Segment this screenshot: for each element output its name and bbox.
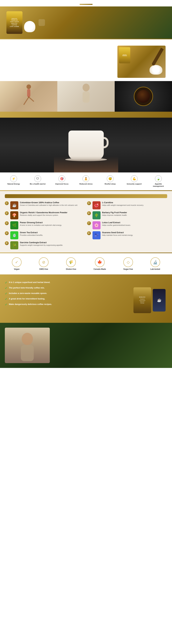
svg-line-2 [24, 97, 29, 104]
benefit-label: Immunity support [127, 183, 142, 185]
ingredient-image: 🍵 [10, 231, 18, 239]
ingredient-name: Guarana Seed Extract [102, 231, 133, 234]
benefit-icon: 🧘 [83, 175, 89, 182]
ingredient-desc: Helps improve metabolic health. [102, 214, 127, 216]
ingredient-text: L-Carnitine Helps with weight management… [102, 201, 144, 206]
why-item-text: A great drink for intermittent fasting. [9, 297, 45, 300]
benefit-item: 🛡 Be a health warrior [30, 175, 46, 185]
warrior-section [0, 112, 172, 118]
ingredient-name: Organic Reishi / Ganoderma Mushroom Powd… [20, 211, 67, 214]
why-item-text: 9 in 1 unique superfood and herbal blend… [9, 281, 50, 284]
ingredient-image: 🌵 [92, 211, 100, 219]
benefit-label: Restful sleep [104, 183, 115, 185]
check-icon: ✓ [5, 281, 7, 284]
certification-item: 🔬 Lab-tested [150, 257, 160, 270]
ingredient-text: Panax Ginseng Extract A tonic to tonic t… [20, 221, 62, 226]
ingredient-name: Garcinia Cambogia Extract [20, 241, 63, 244]
ingredient-name: Colombian-Grown 100% Arabica Coffee [20, 201, 78, 204]
svg-point-0 [26, 84, 31, 89]
cert-label: Lab-tested [150, 268, 160, 270]
svg-line-3 [29, 97, 34, 101]
cert-icon: 🍁 [95, 257, 104, 267]
final-banner [0, 323, 172, 368]
nine-in-one-header [5, 194, 167, 198]
ingredient-name: Green Tea Extract [20, 231, 43, 234]
why-item-text: The perfect keto-friendly coffee mix. [9, 286, 45, 289]
ingredient-text: Garcinia Cambogia Extract Supports weigh… [20, 241, 63, 246]
ingredient-number: 8 [87, 231, 91, 235]
ingredient-item: 2 🍄 Organic Reishi / Ganoderma Mushroom … [5, 211, 85, 219]
benefit-item: 😴 Restful sleep [102, 175, 118, 185]
ingredient-name: Lotus Leaf Extract [102, 221, 131, 224]
why-item: ✓ Includes a zero-waste reusable spoon. [5, 292, 129, 296]
benefit-item: 🎯 Improved focus [54, 175, 70, 185]
ingredient-name: Panax Ginseng Extract [20, 221, 62, 224]
benefit-icon: 😴 [107, 175, 113, 182]
benefit-label: Be a health warrior [30, 183, 46, 185]
photo-woman [57, 81, 115, 112]
why-item: ✓ Make dangerously delicious coffee reci… [5, 303, 129, 306]
perfect-cup-section: DODJIVIPREMIUM [0, 39, 172, 81]
check-icon: ✓ [5, 292, 7, 296]
why-item: ✓ The perfect keto-friendly coffee mix. [5, 286, 129, 290]
certifications-bar: ✓ Vegan ⊘ GMO-free 🌾 Gluten-free 🍁 Canad… [0, 253, 172, 274]
ingredient-number: 2 [5, 211, 9, 215]
ingredient-item: 5 🥩 L-Carnitine Helps with weight manage… [87, 201, 167, 209]
hero-cup-image [24, 21, 35, 32]
svg-point-6 [22, 333, 33, 345]
product-bag-image: DODJIVI PREMIUMCAFÉ SANTÉHEALTHYCOFFEE [133, 287, 151, 313]
why-item-text: Make dangerously delicious coffee recipe… [9, 303, 52, 306]
ingredient-desc: Grown in Colombia and cultivated in high… [20, 204, 78, 206]
ingredient-image: 🥩 [92, 201, 100, 209]
photo-strip [0, 81, 172, 112]
nine-in-one-section: 1 ☕ Colombian-Grown 100% Arabica Coffee … [0, 191, 172, 252]
warrior-cup-image [0, 118, 172, 172]
hero-product-image: DODJIVIPREMIUMCAFÉ SANTÉHEALTHYCOFFEECAF… [6, 11, 22, 34]
ingredient-number: 1 [5, 201, 9, 205]
benefit-item: 🍃 Appetite management [150, 175, 166, 188]
ingredient-image: 🌿 [10, 221, 18, 229]
benefit-icon: 🛡 [34, 175, 41, 182]
cert-icon: ◇ [123, 257, 133, 267]
ingredient-item: 9 🎋 Garcinia Cambogia Extract Supports w… [5, 241, 85, 249]
ingredient-text: Colombian-Grown 100% Arabica Coffee Grow… [20, 201, 78, 206]
benefit-icon: 🎯 [59, 175, 65, 182]
check-icon: ✓ [5, 297, 7, 301]
why-product-image: DODJIVI PREMIUMCAFÉ SANTÉHEALTHYCOFFEE ☕ [132, 281, 167, 320]
ingredient-image: 🎋 [10, 241, 18, 249]
ingredient-desc: Supports weight management by suppressin… [20, 244, 63, 246]
benefit-item: ⚡ Natural Energy [6, 175, 22, 185]
ingredient-name: Barbary Fig Fruit Powder [102, 211, 127, 214]
ingredient-desc: Helps soothe gastrointestinal issues. [102, 224, 131, 226]
ingredient-number: 6 [87, 211, 91, 215]
ingredient-image: 🍄 [10, 211, 18, 219]
photo-coffee-cup [115, 81, 172, 112]
benefit-label: Natural Energy [7, 183, 20, 185]
why-item: ✓ 9 in 1 unique superfood and herbal ble… [5, 281, 129, 284]
ingredient-desc: Helps with weight management and muscle … [102, 204, 144, 206]
ingredient-number: 5 [87, 201, 91, 205]
why-content: ✓ 9 in 1 unique superfood and herbal ble… [5, 281, 167, 320]
why-item-text: Includes a zero-waste reusable spoon. [9, 292, 47, 295]
ingredient-name: L-Carnitine [102, 201, 144, 204]
ingredient-text: Lotus Leaf Extract Helps soothe gastroin… [102, 221, 131, 226]
cert-icon: 🌾 [66, 257, 76, 267]
ingredient-text: Organic Reishi / Ganoderma Mushroom Powd… [20, 211, 67, 216]
ingredient-item: 3 🌿 Panax Ginseng Extract A tonic to ton… [5, 221, 85, 229]
header [0, 0, 172, 6]
ingredient-number: 4 [5, 231, 9, 235]
ingredient-image: 🌸 [92, 221, 100, 229]
why-section: ✓ 9 in 1 unique superfood and herbal ble… [0, 275, 172, 323]
cert-label: Gluten-free [66, 268, 76, 270]
ingredient-text: Green Tea Extract Provides antioxidant b… [20, 231, 43, 236]
ingredient-item: 6 🌵 Barbary Fig Fruit Powder Helps impro… [87, 211, 167, 219]
ingredient-image: ☕ [10, 201, 18, 209]
ingredient-desc: Restores vitality and support the immune… [20, 214, 67, 216]
hero-banner: DODJIVIPREMIUMCAFÉ SANTÉHEALTHYCOFFEECAF… [0, 6, 172, 39]
cert-icon: 🔬 [151, 257, 160, 267]
ingredient-image: 🫐 [92, 231, 100, 239]
ingredient-text: Barbary Fig Fruit Powder Helps improve m… [102, 211, 127, 216]
certification-item: ◇ Sugar-free [123, 257, 133, 270]
ingredient-number: 9 [5, 241, 9, 245]
why-item: ✓ A great drink for intermittent fasting… [5, 297, 129, 301]
